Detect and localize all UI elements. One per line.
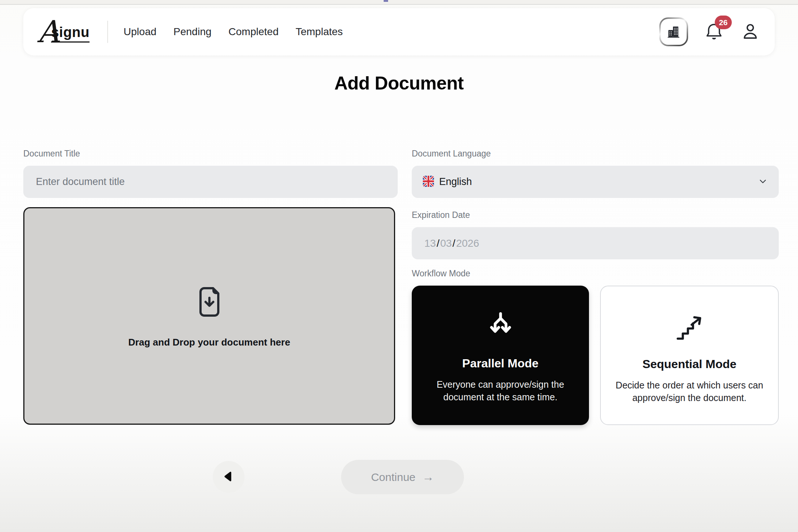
date-separator: / <box>452 238 455 249</box>
back-button[interactable] <box>213 461 245 493</box>
page-title: Add Document <box>0 73 798 94</box>
document-title-input[interactable] <box>23 166 398 198</box>
app-header: A signu Upload Pending Completed Templat… <box>23 8 775 55</box>
split-arrows-icon <box>483 307 518 347</box>
workflow-mode-field: Workflow Mode Parallel Mode Everyone can… <box>412 269 779 425</box>
nav-upload[interactable]: Upload <box>124 26 156 38</box>
uk-flag-icon <box>423 176 434 188</box>
page: A signu Upload Pending Completed Templat… <box>0 0 798 532</box>
workflow-mode-cards: Parallel Mode Everyone can approve/sign … <box>412 286 779 425</box>
stairs-arrow-icon <box>673 308 706 348</box>
account-button[interactable] <box>740 21 761 42</box>
parallel-mode-description: Everyone can approve/sign the document a… <box>428 378 573 404</box>
left-column: Document Title Drag and Drop your docume… <box>23 149 398 425</box>
chevron-down-icon <box>758 176 768 188</box>
expiration-date-label: Expiration Date <box>412 210 779 220</box>
language-selected-value: English <box>439 176 472 188</box>
document-language-label: Document Language <box>412 149 779 159</box>
nav-templates[interactable]: Templates <box>296 26 343 38</box>
continue-label: Continue <box>371 471 415 484</box>
sequential-mode-description: Decide the order at which users can appr… <box>606 379 773 404</box>
date-day: 13 <box>424 238 436 249</box>
organization-button[interactable] <box>659 17 688 46</box>
upload-dropzone[interactable]: Drag and Drop your document here <box>23 207 395 425</box>
sequential-mode-title: Sequential Mode <box>642 357 736 371</box>
header-actions: 26 <box>659 17 761 46</box>
date-month: 03 <box>440 238 452 249</box>
user-icon <box>740 38 761 43</box>
expiration-date-input[interactable]: 13 / 03 / 2026 <box>412 227 779 259</box>
brand-logo-text: signu <box>51 24 90 43</box>
expiration-date-field: Expiration Date 13 / 03 / 2026 <box>412 210 779 259</box>
language-select[interactable]: English <box>412 166 779 198</box>
date-separator: / <box>437 238 440 249</box>
nav-completed[interactable]: Completed <box>229 26 279 38</box>
header-divider <box>107 21 108 43</box>
notifications-button[interactable]: 26 <box>704 21 724 42</box>
workflow-option-sequential[interactable]: Sequential Mode Decide the order at whic… <box>600 286 779 425</box>
document-title-label: Document Title <box>23 149 398 159</box>
continue-button[interactable]: Continue → <box>341 460 464 494</box>
browser-top-strip <box>0 0 798 5</box>
dropzone-text: Drag and Drop your document here <box>128 337 290 348</box>
back-triangle-icon <box>221 469 236 485</box>
bell-icon <box>704 37 724 43</box>
nav-pending[interactable]: Pending <box>174 26 212 38</box>
brand-logo[interactable]: A signu <box>37 19 90 45</box>
workflow-option-parallel[interactable]: Parallel Mode Everyone can approve/sign … <box>412 286 589 425</box>
parallel-mode-title: Parallel Mode <box>462 357 538 370</box>
notification-badge: 26 <box>715 16 732 29</box>
main-nav: Upload Pending Completed Templates <box>124 26 343 38</box>
date-year: 2026 <box>456 238 479 249</box>
arrow-right-icon: → <box>422 470 434 484</box>
document-download-icon <box>195 284 224 321</box>
workflow-mode-label: Workflow Mode <box>412 269 779 279</box>
building-icon <box>661 19 687 45</box>
right-column: Document Language English <box>412 149 779 425</box>
top-artifact <box>384 0 388 2</box>
